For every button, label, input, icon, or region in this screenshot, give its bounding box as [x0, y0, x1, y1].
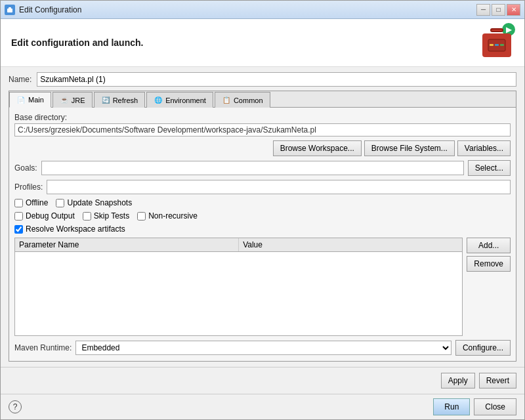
- toolbox-handle: [490, 28, 503, 32]
- svg-rect-5: [500, 44, 504, 46]
- minimize-button[interactable]: ─: [476, 4, 490, 16]
- dialog-close-button[interactable]: Close: [474, 398, 516, 415]
- tab-refresh[interactable]: 🔄 Refresh: [94, 92, 146, 108]
- apply-button[interactable]: Apply: [441, 373, 475, 388]
- update-snapshots-checkbox[interactable]: [56, 199, 64, 207]
- resolve-workspace-label: Resolve Workspace artifacts: [26, 224, 125, 234]
- title-bar: Edit Configuration ─ □ ✕: [1, 1, 524, 19]
- tab-common[interactable]: 📋 Common: [215, 92, 270, 108]
- skip-tests-checkbox[interactable]: [83, 212, 91, 220]
- header-title: Edit configuration and launch.: [11, 37, 143, 48]
- profiles-row: Profiles:: [14, 180, 511, 194]
- table-side-buttons: Add... Remove: [467, 238, 511, 336]
- goals-label: Goals:: [14, 163, 37, 173]
- profiles-input[interactable]: [47, 180, 511, 194]
- non-recursive-checkbox[interactable]: [137, 212, 146, 220]
- goals-row: Goals: Select...: [14, 160, 511, 176]
- tab-refresh-label: Refresh: [113, 96, 138, 104]
- offline-label: Offline: [26, 198, 48, 207]
- refresh-tab-icon: 🔄: [101, 96, 110, 105]
- goals-input[interactable]: [41, 161, 464, 175]
- content-area: Name: 📄 Main ☕ JRE 🔄 Refresh 🌐: [1, 67, 524, 367]
- table-col-param-name: Parameter Name: [15, 238, 239, 251]
- environment-tab-icon: 🌐: [154, 96, 163, 105]
- name-label: Name:: [9, 75, 32, 84]
- parameter-table-section: Parameter Name Value Add... Remove: [14, 238, 511, 336]
- main-window: Edit Configuration ─ □ ✕ Edit configurat…: [0, 0, 525, 420]
- header-section: Edit configuration and launch. ▶: [1, 19, 524, 67]
- configure-button[interactable]: Configure...: [455, 340, 511, 356]
- bottom-bar: Apply Revert: [1, 367, 524, 394]
- toolbox-icon: [482, 33, 511, 57]
- revert-button[interactable]: Revert: [479, 373, 516, 388]
- tab-common-label: Common: [234, 96, 263, 104]
- debug-output-checkbox[interactable]: [14, 212, 23, 220]
- resolve-workspace-checkbox[interactable]: [14, 225, 23, 234]
- browse-workspace-button[interactable]: Browse Workspace...: [273, 140, 362, 156]
- tab-panel: 📄 Main ☕ JRE 🔄 Refresh 🌐 Environment 📋: [9, 91, 516, 362]
- table-header: Parameter Name Value: [15, 238, 462, 252]
- svg-rect-3: [490, 44, 494, 46]
- common-tab-icon: 📋: [222, 96, 231, 105]
- tab-jre-label: JRE: [72, 96, 85, 104]
- remove-button[interactable]: Remove: [467, 256, 511, 272]
- footer-bar: ? Run Close: [1, 394, 524, 419]
- skip-tests-checkbox-label[interactable]: Skip Tests: [83, 211, 129, 220]
- tab-bar: 📄 Main ☕ JRE 🔄 Refresh 🌐 Environment 📋: [9, 91, 516, 108]
- jre-tab-icon: ☕: [60, 96, 69, 105]
- resolve-workspace-checkbox-label[interactable]: Resolve Workspace artifacts: [14, 224, 125, 234]
- offline-checkbox[interactable]: [14, 199, 23, 207]
- main-tab-content: Base directory: Browse Workspace... Brow…: [9, 108, 516, 361]
- window-controls: ─ □ ✕: [476, 4, 520, 16]
- tab-main-label: Main: [28, 96, 44, 104]
- close-window-button[interactable]: ✕: [507, 4, 520, 16]
- table-col-value: Value: [239, 238, 462, 251]
- window-icon: [5, 5, 15, 15]
- main-tab-icon: 📄: [16, 95, 26, 104]
- header-icon-area: ▶: [482, 27, 514, 58]
- profiles-label: Profiles:: [14, 182, 43, 192]
- checkboxes-row-2: Debug Output Skip Tests Non-recursive: [14, 211, 511, 220]
- tab-main[interactable]: 📄 Main: [9, 92, 51, 108]
- variables-button[interactable]: Variables...: [457, 140, 511, 156]
- name-row: Name:: [9, 72, 516, 87]
- non-recursive-checkbox-label[interactable]: Non-recursive: [137, 211, 198, 220]
- window-title: Edit Configuration: [19, 5, 476, 14]
- update-snapshots-checkbox-label[interactable]: Update Snapshots: [56, 198, 132, 207]
- base-directory-label: Base directory:: [14, 113, 511, 122]
- help-icon[interactable]: ?: [9, 400, 22, 413]
- svg-rect-4: [495, 44, 499, 46]
- base-directory-group: Base directory:: [14, 113, 511, 136]
- skip-tests-label: Skip Tests: [94, 211, 129, 220]
- tab-jre[interactable]: ☕ JRE: [52, 92, 93, 108]
- debug-output-checkbox-label[interactable]: Debug Output: [14, 211, 75, 220]
- tab-environment-label: Environment: [165, 96, 206, 104]
- select-button[interactable]: Select...: [468, 160, 511, 176]
- table-body: [15, 252, 462, 335]
- checkboxes-row-3: Resolve Workspace artifacts: [14, 224, 511, 234]
- base-directory-input[interactable]: [14, 123, 511, 136]
- parameter-table: Parameter Name Value: [14, 238, 463, 336]
- non-recursive-label: Non-recursive: [148, 211, 198, 220]
- name-input[interactable]: [37, 72, 516, 87]
- svg-rect-1: [9, 7, 11, 9]
- browse-filesystem-button[interactable]: Browse File System...: [364, 140, 455, 156]
- maven-runtime-row: Maven Runtime: Embedded Configure...: [14, 340, 511, 356]
- run-button[interactable]: Run: [433, 398, 470, 415]
- add-button[interactable]: Add...: [467, 238, 511, 253]
- maven-runtime-label: Maven Runtime:: [14, 343, 72, 352]
- offline-checkbox-label[interactable]: Offline: [14, 198, 48, 207]
- maximize-button[interactable]: □: [492, 4, 505, 16]
- footer-right-buttons: Run Close: [433, 398, 516, 415]
- browse-buttons-row: Browse Workspace... Browse File System..…: [14, 140, 511, 156]
- checkboxes-row-1: Offline Update Snapshots: [14, 198, 511, 207]
- tab-environment[interactable]: 🌐 Environment: [146, 92, 213, 108]
- maven-runtime-select[interactable]: Embedded: [75, 341, 452, 355]
- update-snapshots-label: Update Snapshots: [67, 198, 132, 207]
- debug-output-label: Debug Output: [26, 211, 75, 220]
